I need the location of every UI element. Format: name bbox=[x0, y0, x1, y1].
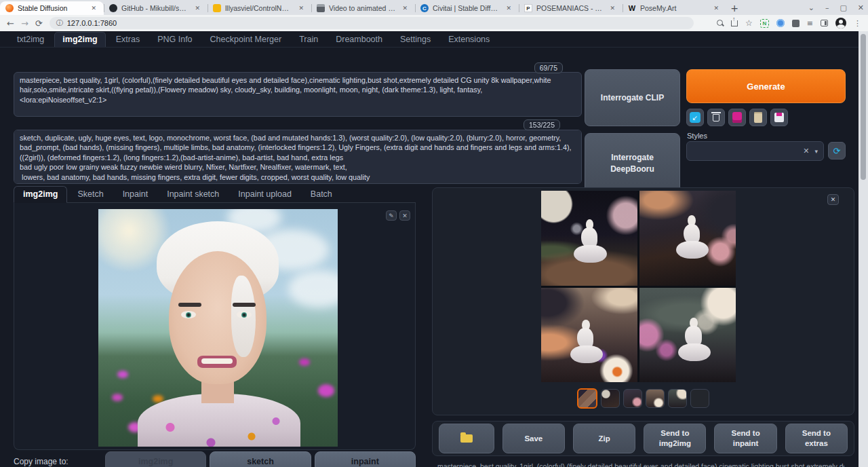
interrogate-clip-button[interactable]: Interrogate CLIP bbox=[585, 69, 680, 126]
img2img-mode-tabs: img2img Sketch Inpaint Inpaint sketch In… bbox=[14, 185, 416, 203]
generated-image-4[interactable] bbox=[639, 288, 736, 383]
tab-search-icon[interactable]: ⌄ bbox=[808, 3, 814, 12]
tab-png-info[interactable]: PNG Info bbox=[150, 33, 199, 47]
zip-button[interactable]: Zip bbox=[573, 424, 635, 453]
extra-networks-button[interactable] bbox=[728, 109, 746, 126]
thumbnail-6[interactable] bbox=[690, 389, 709, 408]
generated-image-3[interactable] bbox=[541, 288, 637, 383]
reading-list-icon[interactable]: ≡ bbox=[807, 19, 813, 28]
thumbnail-3[interactable] bbox=[623, 389, 642, 408]
tab-train[interactable]: Train bbox=[292, 33, 326, 47]
interrogate-deepbooru-button[interactable]: Interrogate DeepBooru bbox=[585, 133, 680, 194]
generate-button[interactable]: Generate bbox=[686, 69, 846, 103]
copy-to-inpaint-button[interactable]: inpaint bbox=[315, 451, 416, 467]
img2img-panel: img2img Sketch Inpaint Inpaint sketch In… bbox=[14, 185, 416, 450]
paste-parameters-button[interactable]: ↙ bbox=[686, 109, 704, 126]
tab-close-icon[interactable]: ✕ bbox=[193, 4, 202, 12]
save-style-button[interactable] bbox=[770, 109, 788, 126]
civitai-favicon: C bbox=[420, 4, 429, 12]
send-to-extras-button[interactable]: Send to extras bbox=[785, 424, 848, 453]
thumbnail-5[interactable] bbox=[668, 389, 687, 408]
thumbnail-1[interactable] bbox=[577, 388, 597, 409]
close-window-icon[interactable]: ✕ bbox=[858, 3, 864, 12]
positive-prompt-input[interactable]: masterpiece, best quality, 1girl, (color… bbox=[14, 72, 582, 117]
tab-close-icon[interactable]: ✕ bbox=[504, 4, 513, 12]
bookmark-star-icon[interactable]: ☆ bbox=[745, 18, 753, 28]
back-icon[interactable]: ← bbox=[7, 19, 14, 28]
chevron-down-icon[interactable]: ▾ bbox=[814, 148, 818, 155]
copy-to-sketch-button[interactable]: sketch bbox=[210, 451, 311, 467]
tab-close-icon[interactable]: ✕ bbox=[608, 4, 617, 12]
extensions-puzzle-icon[interactable] bbox=[792, 20, 800, 27]
scrollbar-thumb[interactable] bbox=[861, 34, 866, 180]
tab-checkpoint-merger[interactable]: Checkpoint Merger bbox=[203, 33, 290, 47]
tab-settings[interactable]: Settings bbox=[393, 33, 438, 47]
tab-close-icon[interactable]: ✕ bbox=[89, 4, 98, 12]
negative-prompt-input[interactable]: sketch, duplicate, ugly, huge eyes, text… bbox=[14, 130, 582, 184]
tab-img2img[interactable]: img2img bbox=[54, 32, 105, 47]
edit-image-icon[interactable]: ✎ bbox=[386, 210, 397, 221]
clear-styles-icon[interactable]: ✕ bbox=[803, 147, 809, 155]
tab-dreambooth[interactable]: Dreambooth bbox=[328, 33, 390, 47]
extension-blue-icon[interactable] bbox=[776, 19, 785, 27]
tab-close-icon[interactable]: ✕ bbox=[711, 4, 721, 12]
tab-extras[interactable]: Extras bbox=[108, 33, 147, 47]
close-gallery-icon[interactable]: ✕ bbox=[827, 194, 839, 205]
subtab-img2img[interactable]: img2img bbox=[14, 186, 67, 203]
source-image-dropzone[interactable]: ✎ ✕ bbox=[14, 203, 416, 450]
browser-tab-controlnet[interactable]: lllyasviel/ControlNet at main ✕ bbox=[208, 1, 311, 15]
profile-avatar[interactable] bbox=[835, 18, 846, 29]
subtab-batch[interactable]: Batch bbox=[302, 187, 341, 202]
subtab-sketch[interactable]: Sketch bbox=[68, 187, 112, 202]
browser-tab-github[interactable]: GitHub - Mikubill/sd-webui-con ✕ bbox=[104, 1, 208, 15]
thumbnail-4[interactable] bbox=[646, 389, 665, 408]
browser-menu-icon[interactable]: ⋮ bbox=[854, 19, 861, 28]
generated-image-grid[interactable] bbox=[541, 191, 736, 382]
subtab-inpaint-sketch[interactable]: Inpaint sketch bbox=[158, 187, 228, 202]
tab-title: Stable Diffusion bbox=[18, 4, 85, 12]
save-button[interactable]: Save bbox=[502, 424, 565, 453]
cloud bbox=[288, 270, 338, 307]
tab-close-icon[interactable]: ✕ bbox=[400, 4, 410, 12]
minimize-icon[interactable]: – bbox=[825, 3, 829, 12]
gallery-action-bar: Save Zip Send to img2img Send to inpaint… bbox=[432, 421, 854, 456]
tab-close-icon[interactable]: ✕ bbox=[296, 4, 306, 12]
generated-image-2[interactable] bbox=[639, 191, 736, 286]
browser-tab-stable-diffusion[interactable]: Stable Diffusion ✕ bbox=[0, 1, 104, 15]
subtab-inpaint-upload[interactable]: Inpaint upload bbox=[229, 187, 300, 202]
send-to-inpaint-button[interactable]: Send to inpaint bbox=[714, 424, 776, 453]
new-tab-button[interactable]: + bbox=[726, 1, 743, 15]
browser-tab-civitai[interactable]: C Civitai | Stable Diffusion models ✕ bbox=[415, 1, 519, 15]
arrow-down-left-icon: ↙ bbox=[690, 112, 701, 123]
generated-image-1[interactable] bbox=[541, 191, 637, 286]
zoom-icon[interactable] bbox=[717, 20, 724, 26]
maximize-icon[interactable]: ▢ bbox=[840, 3, 846, 12]
source-image[interactable] bbox=[98, 209, 338, 447]
browser-tab-gif-converter[interactable]: Video to animated GIF converter ✕ bbox=[311, 1, 415, 15]
subtab-inpaint[interactable]: Inpaint bbox=[114, 187, 157, 202]
site-info-icon[interactable]: ⓘ bbox=[56, 18, 63, 28]
tab-txt2img[interactable]: txt2img bbox=[9, 33, 52, 47]
copy-to-img2img-button: img2img bbox=[105, 451, 206, 467]
tab-extensions[interactable]: Extensions bbox=[441, 33, 497, 47]
styles-dropdown[interactable]: ✕ ▾ bbox=[686, 141, 824, 161]
forward-icon[interactable]: → bbox=[21, 19, 28, 28]
browser-tab-posemyart[interactable]: W PoseMy.Art ✕ bbox=[623, 1, 726, 15]
extension-n-icon[interactable]: N bbox=[760, 19, 769, 28]
apply-style-button[interactable] bbox=[749, 109, 767, 126]
github-favicon bbox=[109, 4, 117, 12]
figure-eye bbox=[237, 311, 252, 318]
remove-image-icon[interactable]: ✕ bbox=[399, 210, 410, 221]
address-bar[interactable]: ⓘ 127.0.0.1:7860 bbox=[50, 17, 694, 29]
side-panel-icon[interactable] bbox=[821, 20, 828, 26]
thumbnail-2[interactable] bbox=[601, 389, 620, 408]
share-icon[interactable] bbox=[731, 20, 738, 26]
browser-tab-posemaniacs[interactable]: P POSEMANIACS - Royalty free 3D ✕ bbox=[519, 1, 623, 15]
tab-title: PoseMy.Art bbox=[640, 4, 707, 12]
clear-prompt-button[interactable] bbox=[707, 109, 725, 126]
tab-title: lllyasviel/ControlNet at main bbox=[225, 4, 292, 12]
open-folder-button[interactable] bbox=[439, 424, 494, 453]
send-to-img2img-button[interactable]: Send to img2img bbox=[644, 424, 706, 453]
refresh-styles-button[interactable]: ⟳ bbox=[828, 142, 846, 160]
reload-icon[interactable]: ⟳ bbox=[35, 19, 43, 28]
